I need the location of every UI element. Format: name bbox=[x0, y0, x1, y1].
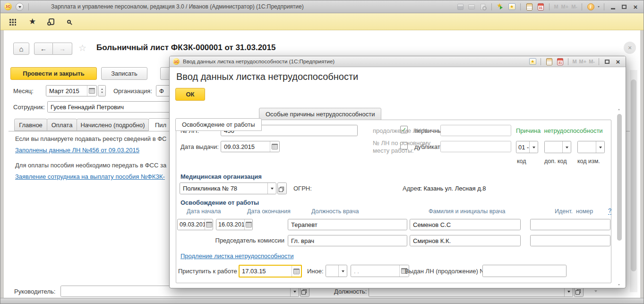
tab-glavnoe[interactable]: Главное bbox=[14, 119, 47, 131]
calendar-icon[interactable]: 31 bbox=[536, 2, 545, 11]
issue-date-calendar-icon[interactable] bbox=[270, 141, 279, 152]
spin-up-icon bbox=[101, 87, 103, 90]
month-field[interactable]: Март 2015 bbox=[46, 85, 97, 96]
col-end-date: Дата окончания bbox=[247, 208, 291, 215]
favorites-icon[interactable] bbox=[507, 2, 516, 11]
issue-date-field[interactable]: 09.03.2015 bbox=[221, 141, 280, 152]
main-scrollbar[interactable] bbox=[630, 70, 637, 292]
chairman-name-field[interactable]: Смирнов К.К. bbox=[410, 235, 521, 246]
app-toolbar: ★ bbox=[0, 13, 644, 30]
info-dropdown-icon[interactable] bbox=[598, 6, 600, 9]
start-date-field[interactable]: 09.03.2015 bbox=[177, 219, 213, 230]
save-icon[interactable] bbox=[456, 2, 464, 11]
month-calendar-icon[interactable] bbox=[87, 86, 96, 96]
extension-link[interactable]: Продление листка нетрудоспособности bbox=[180, 252, 293, 260]
post-and-close-button[interactable]: Провести и закрыть bbox=[10, 67, 97, 80]
month-spinner[interactable] bbox=[98, 85, 106, 96]
other-date-field[interactable]: . . bbox=[351, 265, 409, 277]
print-preview-icon[interactable] bbox=[479, 2, 487, 11]
help-link[interactable]: ? bbox=[608, 207, 611, 215]
dialog-maximize-button[interactable] bbox=[603, 57, 611, 66]
calculator-icon[interactable] bbox=[545, 57, 553, 66]
chairman-position-field[interactable]: Гл. врач bbox=[288, 235, 407, 246]
add-code-dropdown-icon[interactable] bbox=[562, 141, 571, 153]
history-icon[interactable] bbox=[49, 18, 54, 25]
print-icon[interactable] bbox=[467, 2, 476, 11]
main-workplace-ln-label-1: № ЛН по основному bbox=[373, 139, 430, 147]
back-icon: ← bbox=[40, 45, 47, 52]
memory-m-button[interactable]: M bbox=[572, 59, 576, 64]
dialog-scrollbar[interactable] bbox=[616, 108, 623, 286]
scroll-up-icon[interactable] bbox=[618, 108, 620, 110]
dialog-close-button[interactable]: × bbox=[614, 57, 622, 66]
employee-label: Сотрудник: bbox=[13, 104, 45, 111]
cause-code-dropdown[interactable]: 01 - bbox=[516, 141, 538, 153]
cause-code-dropdown-icon[interactable] bbox=[529, 141, 538, 153]
start-date-calendar-icon[interactable] bbox=[205, 219, 213, 230]
medical-org-dropdown-icon[interactable] bbox=[267, 183, 276, 194]
col-doctor-name: Фамилия и инициалы врача bbox=[429, 208, 505, 215]
continuation-ln-field[interactable] bbox=[440, 125, 511, 136]
write-button[interactable]: Записать bbox=[101, 67, 147, 80]
info-icon[interactable]: i bbox=[586, 2, 595, 11]
scroll-down-icon[interactable] bbox=[618, 284, 620, 287]
menu-grid-icon[interactable] bbox=[9, 18, 16, 26]
memory-m-plus-button[interactable]: M+ bbox=[561, 4, 569, 9]
dialog-scrollbar-thumb[interactable] bbox=[617, 114, 622, 241]
issued-ln-field[interactable] bbox=[482, 265, 567, 277]
tab-nachisleno[interactable]: Начислено (подробно) bbox=[77, 119, 149, 131]
other-dropdown-icon[interactable] bbox=[338, 265, 347, 277]
start-work-calendar-icon[interactable] bbox=[292, 266, 301, 277]
medical-org-combo: Поликлиника № 78 bbox=[180, 182, 287, 194]
start-work-date-field[interactable]: 17.03.15 bbox=[239, 265, 302, 278]
col-ident-number: Идент. номер bbox=[555, 208, 593, 215]
favorite-toggle-icon[interactable]: ☆ bbox=[78, 43, 86, 52]
search-icon[interactable] bbox=[67, 20, 71, 24]
chairman-ident-field[interactable] bbox=[530, 235, 610, 246]
window-title: Зарплата и управление персоналом, редакц… bbox=[51, 3, 304, 10]
tab-special-causes[interactable]: Особые причины нетрудоспособности bbox=[259, 108, 381, 120]
tab-oplata[interactable]: Оплата bbox=[47, 119, 77, 131]
code-label: код bbox=[517, 158, 526, 165]
forward-button[interactable]: → bbox=[53, 43, 72, 55]
memory-m-minus-button[interactable]: M- bbox=[571, 4, 577, 9]
application-window: 1С Зарплата и управление персоналом, ред… bbox=[0, 0, 644, 304]
mod-code-dropdown-icon[interactable] bbox=[596, 141, 604, 153]
other-code-dropdown[interactable] bbox=[326, 265, 347, 277]
dialog-titlebar[interactable]: 1С Ввод данных листка нетрудоспособности… bbox=[170, 56, 626, 67]
close-button[interactable]: × bbox=[631, 2, 640, 11]
end-date-calendar-icon[interactable] bbox=[244, 219, 252, 230]
month-field-group: Март 2015 bbox=[46, 85, 106, 96]
other-label: Иное: bbox=[307, 268, 324, 275]
minimize-button[interactable] bbox=[609, 2, 617, 11]
chairman-label: Председатель комиссии bbox=[209, 237, 284, 244]
continuation-ln-label: продолжение ЛН №: bbox=[373, 127, 431, 134]
main-workplace-ln-field[interactable] bbox=[440, 141, 511, 152]
memory-m-minus-button[interactable]: M- bbox=[589, 59, 595, 64]
ident-number-field[interactable] bbox=[530, 219, 610, 230]
ln-data-link[interactable]: Заполнены данные ЛН №456 от 09.03.2015 bbox=[15, 147, 139, 154]
ok-button[interactable]: ОК bbox=[175, 88, 205, 101]
home-button[interactable]: ⌂ bbox=[13, 43, 29, 55]
doctor-name-field[interactable]: Семенов С.С bbox=[410, 219, 521, 230]
calculator-icon[interactable] bbox=[525, 2, 533, 11]
add-code-dropdown[interactable] bbox=[544, 141, 571, 153]
end-date-field[interactable]: 16.03.2015 bbox=[216, 219, 253, 230]
favorites-star-icon[interactable]: ★ bbox=[29, 17, 36, 26]
application-link[interactable]: Заявление сотрудника на выплату пособия … bbox=[15, 173, 165, 180]
memory-m-plus-button[interactable]: M+ bbox=[579, 59, 587, 64]
maximize-button[interactable] bbox=[620, 2, 628, 11]
main-scrollbar-thumb[interactable] bbox=[631, 79, 636, 271]
calendar-icon[interactable]: 31 bbox=[556, 57, 564, 66]
memory-m-button[interactable]: M bbox=[554, 4, 558, 9]
add-favorite-icon[interactable] bbox=[496, 2, 505, 11]
close-form-button[interactable]: × bbox=[624, 42, 636, 54]
medical-org-open-button[interactable] bbox=[277, 182, 287, 194]
mod-code-dropdown[interactable] bbox=[577, 141, 605, 153]
back-button[interactable]: ← bbox=[34, 43, 53, 55]
medical-org-field[interactable]: Поликлиника № 78 bbox=[180, 182, 276, 194]
main-menu-button[interactable] bbox=[16, 3, 24, 11]
tab-release-from-work[interactable]: Освобождение от работы bbox=[175, 118, 262, 131]
favorites-icon[interactable] bbox=[528, 57, 537, 66]
doctor-position-field[interactable]: Терапевт bbox=[288, 219, 407, 230]
